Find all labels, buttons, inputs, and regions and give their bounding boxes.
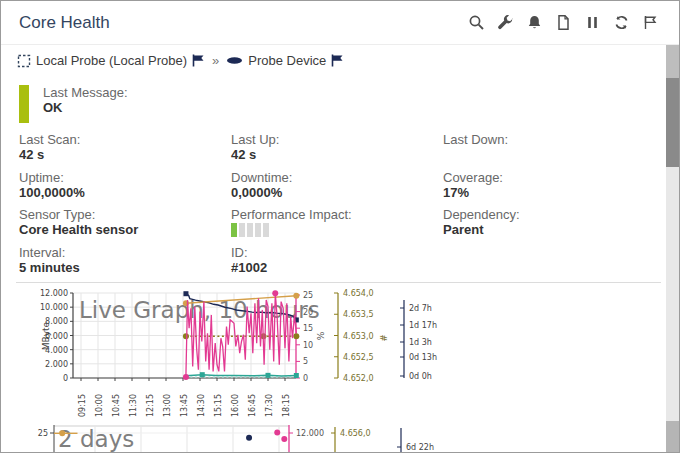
field-last-up: Last Up: 42 s xyxy=(231,132,443,170)
svg-text:#: # xyxy=(379,334,389,342)
flag-icon[interactable] xyxy=(192,54,205,67)
svg-text:15: 15 xyxy=(303,324,313,333)
svg-text:2.000: 2.000 xyxy=(45,360,68,369)
svg-text:0d 13h: 0d 13h xyxy=(409,353,437,362)
svg-text:0d 0h: 0d 0h xyxy=(409,372,432,381)
svg-text:25: 25 xyxy=(303,291,313,300)
field-interval: Interval: 5 minutes xyxy=(19,245,231,283)
svg-text:MByte: MByte xyxy=(41,321,51,350)
svg-text:25: 25 xyxy=(38,429,48,438)
scrollbar-thumb[interactable] xyxy=(666,78,679,167)
svg-text:20: 20 xyxy=(303,308,313,317)
core-health-window: Core Health xyxy=(0,0,680,453)
field-downtime: Downtime: 0,0000% xyxy=(231,170,443,208)
svg-text:10: 10 xyxy=(303,341,313,350)
breadcrumb-separator: » xyxy=(212,53,219,68)
two-day-graph-chart[interactable]: 252 days12.0004.656,06d 22h xyxy=(16,425,664,452)
live-graph-chart[interactable]: Live Graph, 10 hours12.00010.0008.0006.0… xyxy=(16,286,664,425)
header-toolbar xyxy=(468,14,659,31)
svg-text:12.000: 12.000 xyxy=(296,429,324,438)
svg-text:4.652,5: 4.652,5 xyxy=(343,353,374,362)
svg-text:2 days: 2 days xyxy=(58,426,134,452)
svg-text:12:15: 12:15 xyxy=(146,394,155,417)
svg-text:0: 0 xyxy=(303,374,308,383)
wrench-icon[interactable] xyxy=(497,14,514,31)
breadcrumb-device-link[interactable]: Probe Device xyxy=(248,53,326,68)
svg-text:0: 0 xyxy=(63,374,68,383)
status-label: Last Message: xyxy=(43,85,128,100)
svg-text:10:45: 10:45 xyxy=(112,394,121,417)
vertical-scrollbar[interactable] xyxy=(666,45,679,452)
field-id: ID: #1002 xyxy=(231,245,443,283)
bell-icon[interactable] xyxy=(526,14,543,31)
field-dependency: Dependency: Parent xyxy=(443,207,656,245)
section-divider xyxy=(16,282,661,283)
search-icon[interactable] xyxy=(468,14,485,31)
svg-text:10.000: 10.000 xyxy=(40,303,68,312)
svg-text:5: 5 xyxy=(303,357,308,366)
status-block: Last Message: OK xyxy=(19,85,128,123)
svg-text:11:30: 11:30 xyxy=(129,394,138,417)
svg-text:13:45: 13:45 xyxy=(180,394,189,417)
probe-icon xyxy=(17,54,31,68)
svg-text:14:30: 14:30 xyxy=(197,394,206,417)
svg-text:4.654,0: 4.654,0 xyxy=(343,289,374,298)
document-icon[interactable] xyxy=(555,14,572,31)
pause-icon[interactable] xyxy=(584,14,601,31)
field-empty xyxy=(443,245,656,283)
info-grid: Last Scan: 42 s Last Up: 42 s Last Down:… xyxy=(19,132,656,282)
svg-text:1d 17h: 1d 17h xyxy=(409,321,437,330)
field-last-down: Last Down: xyxy=(443,132,656,170)
page-title: Core Health xyxy=(19,13,110,33)
field-coverage: Coverage: 17% xyxy=(443,170,656,208)
svg-text:6d 22h: 6d 22h xyxy=(406,443,434,452)
header: Core Health xyxy=(1,1,679,45)
svg-text:10:00: 10:00 xyxy=(95,394,104,417)
field-performance-impact: Performance Impact: xyxy=(231,207,443,245)
svg-text:16:00: 16:00 xyxy=(231,394,240,417)
svg-text:15:15: 15:15 xyxy=(214,394,223,417)
svg-text:16:45: 16:45 xyxy=(248,394,257,417)
flag-icon[interactable] xyxy=(331,54,344,67)
status-value: OK xyxy=(43,100,128,115)
svg-text:4.653,0: 4.653,0 xyxy=(343,332,374,341)
svg-text:2d 7h: 2d 7h xyxy=(409,304,432,313)
scrollbar-bottom-segment[interactable] xyxy=(666,421,679,452)
content: Local Probe (Local Probe) » Probe Device… xyxy=(1,45,666,452)
status-color-bar xyxy=(19,85,29,123)
svg-text:17:30: 17:30 xyxy=(265,394,274,417)
breadcrumb: Local Probe (Local Probe) » Probe Device xyxy=(17,53,344,68)
field-last-scan: Last Scan: 42 s xyxy=(19,132,231,170)
field-uptime: Uptime: 100,0000% xyxy=(19,170,231,208)
svg-text:1d 3h: 1d 3h xyxy=(409,338,432,347)
svg-text:4.652,0: 4.652,0 xyxy=(343,374,374,383)
scrollbar-top-segment[interactable] xyxy=(666,45,679,78)
svg-text:12.000: 12.000 xyxy=(40,289,68,298)
device-icon xyxy=(226,55,243,66)
svg-text:4.656,0: 4.656,0 xyxy=(340,429,371,438)
svg-text:13:00: 13:00 xyxy=(163,394,172,417)
svg-text:18:15: 18:15 xyxy=(282,394,291,417)
breadcrumb-probe-link[interactable]: Local Probe (Local Probe) xyxy=(36,53,187,68)
performance-impact-bars xyxy=(231,223,443,237)
field-sensor-type: Sensor Type: Core Health sensor xyxy=(19,207,231,245)
svg-text:4.653,5: 4.653,5 xyxy=(343,310,374,319)
flag-icon[interactable] xyxy=(642,14,659,31)
refresh-icon[interactable] xyxy=(613,14,630,31)
svg-text:09:15: 09:15 xyxy=(78,394,87,417)
svg-text:%: % xyxy=(316,331,326,340)
